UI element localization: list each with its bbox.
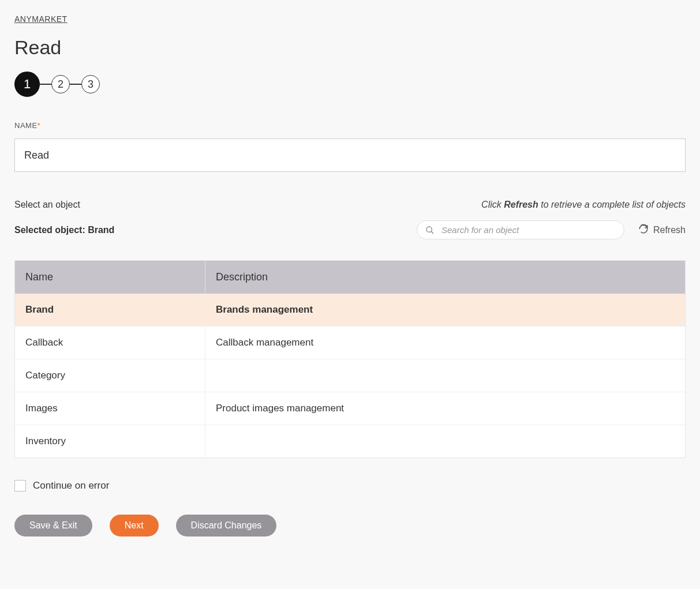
search-input[interactable] [440,224,616,235]
save-exit-button[interactable]: Save & Exit [14,515,92,537]
cell-name: Brand [15,294,205,326]
next-button[interactable]: Next [110,515,159,537]
breadcrumb[interactable]: ANYMARKET [14,14,686,24]
th-description: Description [205,261,685,294]
required-indicator: * [38,121,41,130]
continue-on-error-label: Continue on error [33,480,109,492]
name-field-label: NAME [14,121,38,130]
step-connector [40,84,51,85]
cell-name: Callback [15,327,205,359]
svg-point-0 [426,227,432,232]
table-row[interactable]: Callback Callback management [15,326,685,359]
th-name: Name [15,261,205,294]
continue-on-error-checkbox[interactable] [14,480,26,492]
refresh-hint: Click Refresh to retrieve a complete lis… [481,200,686,210]
step-3[interactable]: 3 [81,75,100,93]
cell-description [205,359,685,392]
step-1[interactable]: 1 [14,72,40,97]
selected-object-label: Selected object: Brand [14,225,114,235]
page-title: Read [14,36,686,59]
name-input[interactable] [14,138,686,172]
refresh-hint-suffix: to retrieve a complete list of objects [538,200,686,209]
cell-description [205,425,685,457]
refresh-icon [638,224,649,237]
table-row[interactable]: Brand Brands management [15,294,685,326]
cell-name: Images [15,392,205,425]
refresh-label: Refresh [653,225,686,235]
step-2[interactable]: 2 [51,75,70,93]
cell-description: Product images management [205,392,685,425]
table-row[interactable]: Images Product images management [15,392,685,425]
cell-name: Category [15,359,205,392]
discard-button[interactable]: Discard Changes [176,515,277,537]
object-table: Name Description Brand Brands management… [14,260,686,458]
refresh-hint-prefix: Click [481,200,504,209]
refresh-button[interactable]: Refresh [638,224,686,237]
cell-name: Inventory [15,425,205,457]
table-header: Name Description [15,261,685,294]
cell-description: Brands management [205,294,685,326]
stepper: 1 2 3 [14,72,686,97]
table-body[interactable]: Brand Brands management Callback Callbac… [15,294,685,457]
table-row[interactable]: Category [15,359,685,392]
table-row[interactable]: Inventory [15,425,685,457]
cell-description: Callback management [205,327,685,359]
step-connector [70,84,81,85]
search-field[interactable] [417,220,624,239]
refresh-hint-bold: Refresh [504,200,538,209]
svg-line-1 [431,231,433,234]
select-object-label: Select an object [14,200,80,210]
search-icon [425,226,435,235]
